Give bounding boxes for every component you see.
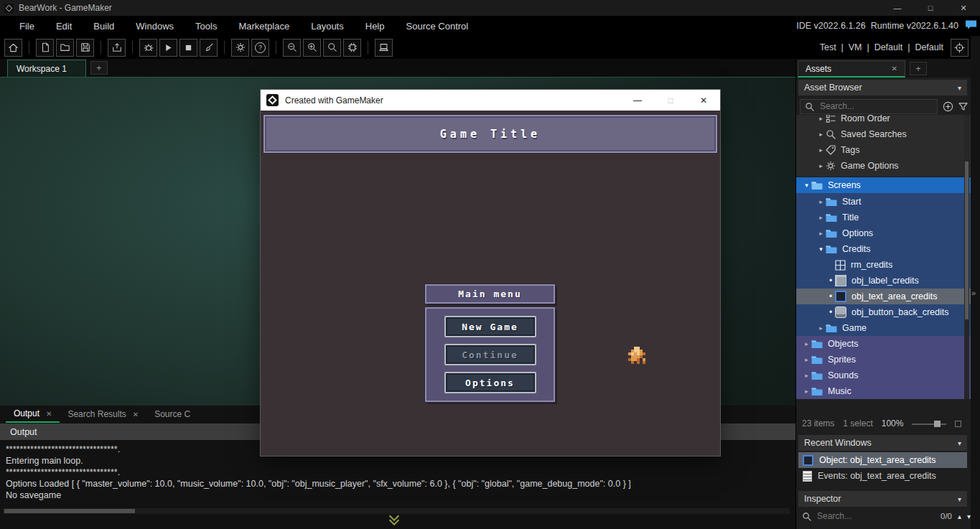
tree-item-sounds[interactable]: ▸ Sounds bbox=[796, 368, 971, 383]
tree-item-room-order[interactable]: ▸ Room Order bbox=[796, 115, 971, 126]
tab-source-control[interactable]: Source C bbox=[146, 406, 198, 423]
add-panel-tab-button[interactable]: + bbox=[910, 62, 927, 75]
slider-thumb[interactable] bbox=[934, 421, 941, 427]
inspector-search-input[interactable] bbox=[816, 510, 930, 522]
window-close-button[interactable]: ✕ bbox=[947, 0, 980, 16]
expand-arrow-icon[interactable]: ▸ bbox=[816, 146, 826, 154]
expand-arrow-icon[interactable]: ▸ bbox=[816, 324, 826, 332]
tree-item-rm-credits[interactable]: rm_credits bbox=[796, 257, 971, 273]
previous-result-icon[interactable]: ▴ bbox=[958, 512, 961, 520]
tree-item-options[interactable]: ▸ Options bbox=[796, 225, 971, 241]
collapse-panel-icon[interactable] bbox=[388, 512, 400, 527]
stop-button[interactable] bbox=[179, 39, 197, 57]
menu-file[interactable]: File bbox=[9, 21, 45, 32]
open-project-button[interactable] bbox=[56, 39, 74, 57]
close-tab-icon[interactable]: ✕ bbox=[46, 410, 52, 418]
game-minimize-button[interactable]: — bbox=[621, 90, 654, 111]
menu-tools[interactable]: Tools bbox=[185, 21, 228, 32]
save-project-button[interactable] bbox=[76, 39, 94, 57]
grid-view-icon[interactable] bbox=[955, 421, 961, 427]
tab-search-results[interactable]: Search Results ✕ bbox=[60, 406, 146, 423]
tree-item-music[interactable]: ▸ Music bbox=[796, 383, 971, 399]
game-window-titlebar[interactable]: Created with GameMaker — □ ✕ bbox=[261, 90, 720, 111]
asset-search-input[interactable] bbox=[818, 100, 933, 112]
tree-item-game-options[interactable]: ▸ Game Options bbox=[796, 158, 971, 174]
zoom-slider[interactable] bbox=[912, 421, 946, 427]
tree-item-screens[interactable]: ▾ Screens bbox=[796, 177, 971, 193]
tree-item-start[interactable]: ▸ Start bbox=[796, 194, 971, 210]
home-button[interactable] bbox=[4, 39, 22, 57]
menu-help[interactable]: Help bbox=[355, 21, 396, 32]
filter-icon[interactable] bbox=[958, 102, 968, 111]
continue-button[interactable]: Continue bbox=[444, 344, 536, 365]
expand-arrow-icon[interactable]: ▸ bbox=[816, 131, 826, 138]
create-executable-button[interactable] bbox=[108, 39, 126, 57]
tree-item-objects[interactable]: ▸ Objects bbox=[796, 336, 971, 352]
expand-arrow-icon[interactable]: ▸ bbox=[816, 214, 826, 221]
game-close-button[interactable]: ✕ bbox=[687, 90, 720, 111]
asset-browser-dropdown[interactable]: Asset Browser ▾ bbox=[798, 80, 967, 95]
menu-layouts[interactable]: Layouts bbox=[300, 21, 355, 32]
tree-item-game[interactable]: ▸ Game bbox=[796, 320, 971, 336]
settings-button[interactable] bbox=[231, 39, 249, 57]
collapse-arrow-icon[interactable]: ▾ bbox=[802, 182, 811, 189]
expand-arrow-icon[interactable]: ▸ bbox=[816, 162, 826, 169]
inspector-search-box[interactable] bbox=[800, 509, 935, 524]
window-maximize-button[interactable]: □ bbox=[914, 0, 947, 16]
zoom-out-button[interactable] bbox=[283, 39, 301, 57]
tab-workspace-1[interactable]: Workspace 1 bbox=[7, 60, 86, 77]
menu-build[interactable]: Build bbox=[83, 21, 125, 32]
new-project-button[interactable] bbox=[36, 39, 54, 57]
scrollbar-thumb[interactable] bbox=[965, 161, 969, 319]
tree-item-sprites[interactable]: ▸ Sprites bbox=[796, 352, 971, 368]
target-manager-button[interactable] bbox=[951, 39, 969, 57]
zoom-in-button[interactable] bbox=[303, 39, 321, 57]
expand-arrow-icon[interactable]: ▸ bbox=[802, 340, 811, 347]
menu-marketplace[interactable]: Marketplace bbox=[228, 21, 300, 32]
close-tab-icon[interactable]: ✕ bbox=[892, 65, 897, 72]
tab-output[interactable]: Output ✕ bbox=[6, 406, 60, 423]
run-button[interactable] bbox=[159, 39, 177, 57]
expand-arrow-icon[interactable]: ▸ bbox=[816, 198, 826, 205]
tree-item-obj-text-area-credits[interactable]: • obj_text_area_credits bbox=[796, 289, 971, 304]
close-tab-icon[interactable]: ✕ bbox=[133, 411, 139, 418]
expand-arrow-icon[interactable]: ▸ bbox=[802, 372, 811, 379]
scrollbar-thumb[interactable] bbox=[4, 509, 135, 513]
target-config-text[interactable]: Test | VM | Default | Default bbox=[820, 42, 943, 52]
recent-window-object[interactable]: Object: obj_text_area_credits bbox=[798, 452, 967, 468]
expand-panel-icon[interactable]: » bbox=[971, 289, 976, 297]
game-maximize-button[interactable]: □ bbox=[654, 90, 687, 111]
add-workspace-tab-button[interactable]: + bbox=[90, 61, 108, 75]
expand-arrow-icon[interactable]: ▸ bbox=[816, 115, 826, 122]
expand-arrow-icon[interactable]: ▸ bbox=[816, 230, 826, 237]
expand-arrow-icon[interactable]: ▸ bbox=[802, 388, 811, 395]
collapse-arrow-icon[interactable]: ▾ bbox=[816, 245, 826, 253]
tree-item-credits[interactable]: ▾ Credits bbox=[796, 241, 971, 257]
expand-arrow-icon[interactable]: ▸ bbox=[802, 356, 811, 363]
menu-source-control[interactable]: Source Control bbox=[396, 21, 480, 32]
clean-button[interactable] bbox=[200, 39, 218, 57]
tree-vertical-scrollbar[interactable] bbox=[964, 115, 969, 399]
texture-groups-button[interactable] bbox=[343, 39, 361, 57]
zoom-reset-button[interactable] bbox=[323, 39, 341, 57]
add-asset-icon[interactable] bbox=[943, 101, 953, 112]
tree-item-title[interactable]: ▸ Title bbox=[796, 210, 971, 225]
tree-item-saved-searches[interactable]: ▸ Saved Searches bbox=[796, 126, 971, 142]
asset-search-box[interactable] bbox=[800, 99, 938, 114]
tree-item-tags[interactable]: ▸ Tags bbox=[796, 142, 971, 158]
window-minimize-button[interactable]: — bbox=[881, 0, 914, 16]
inspector-header[interactable]: Inspector ▾ bbox=[798, 491, 967, 507]
tree-item-obj-button-back-credits[interactable]: • obj_button_back_credits bbox=[796, 304, 971, 320]
feedback-chat-icon[interactable] bbox=[965, 19, 977, 32]
recent-windows-header[interactable]: Recent Windows ▾ bbox=[798, 435, 967, 451]
options-button[interactable]: Options bbox=[444, 372, 536, 393]
menu-edit[interactable]: Edit bbox=[45, 21, 83, 32]
help-button[interactable]: ? bbox=[251, 39, 269, 57]
tab-assets[interactable]: Assets ✕ bbox=[798, 60, 905, 78]
recent-window-events[interactable]: Events: obj_text_area_credits bbox=[798, 468, 967, 484]
tree-item-obj-label-credits[interactable]: • obj_label_credits bbox=[796, 273, 971, 289]
device-manager-button[interactable] bbox=[375, 39, 393, 57]
debug-button[interactable] bbox=[139, 39, 157, 57]
menu-windows[interactable]: Windows bbox=[125, 21, 185, 32]
new-game-button[interactable]: New Game bbox=[444, 316, 536, 337]
